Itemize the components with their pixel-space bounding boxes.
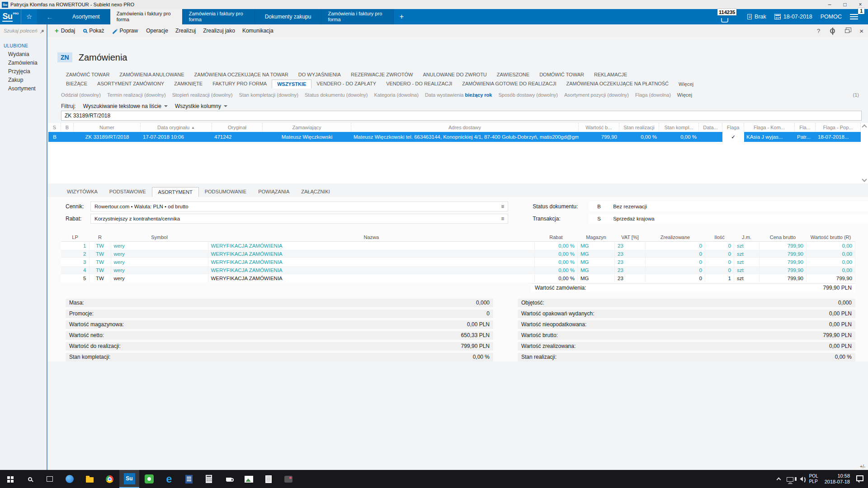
sidebar-item[interactable]: Przyjęcia (0, 67, 47, 76)
network-icon[interactable] (787, 477, 793, 482)
item-row[interactable]: 2 TW wery WERYFIKACJA ZAMÓWIENIA 0,00 % … (61, 250, 855, 258)
taskbar-app-notepad[interactable] (259, 470, 278, 488)
view-tab[interactable]: ZAMKNIĘTE (169, 80, 208, 89)
taskbar-app-explorer[interactable] (80, 470, 99, 488)
taskbar-app-calculator[interactable] (199, 470, 219, 488)
filter-columns-dropdown[interactable]: Wszystkie kolumny (175, 103, 227, 109)
detail-tab[interactable]: PODSTAWOWE (104, 187, 152, 197)
favorites-button[interactable]: ☆ (21, 9, 37, 24)
status-field[interactable]: B Bez rezerwacji (589, 202, 868, 211)
filter-criterion-date[interactable]: Data wystawienia bieżący rok (425, 92, 492, 98)
clock[interactable]: 10:58 2018-07-18 (825, 473, 850, 485)
filter-criterion[interactable]: Flaga (dowolna) (635, 92, 671, 98)
maximize-button[interactable]: □ (837, 0, 853, 9)
sidebar-item[interactable]: Asortyment (0, 84, 47, 93)
taskbar-app-coffee[interactable] (219, 470, 239, 488)
column-header[interactable]: Symbol (111, 234, 208, 242)
column-header[interactable]: B (61, 123, 74, 132)
new-tab-button[interactable]: + (394, 9, 409, 24)
taskbar-app-edge[interactable]: e (159, 470, 179, 488)
item-row[interactable]: 3 TW wery WERYFIKACJA ZAMÓWIENIA 0,00 % … (61, 258, 855, 266)
item-row[interactable]: 5 TW wery WERYFIKACJA ZAMÓWIENIA 0,00 % … (61, 274, 855, 282)
item-row[interactable]: 1 TW wery WERYFIKACJA ZAMÓWIENIA 0,00 % … (61, 242, 855, 250)
view-tab[interactable]: ANULOWANE DO ZWROTU (418, 70, 491, 79)
rabat-field[interactable]: Korzystniejszy z kontrahenta/cennika ≡ (90, 214, 508, 224)
cennik-field[interactable]: Rowertour.com • Waluta: PLN • od brutto … (90, 202, 508, 211)
column-header[interactable]: Magazyn (578, 234, 615, 242)
order-row-selected[interactable]: B ZK 33189/RT/2018 17-07-2018 10:06 4712… (48, 132, 861, 142)
edit-button[interactable]: Popraw (108, 26, 142, 35)
column-header[interactable]: Rabat (535, 234, 578, 242)
column-header[interactable]: Wartość brutto (R) (807, 234, 855, 242)
phone-indicator[interactable]: 114235 (717, 10, 739, 23)
column-header[interactable]: Flaga - Pop... (816, 123, 861, 132)
search-input[interactable] (61, 111, 862, 121)
filter-criterion[interactable]: Oddział (dowolny) (61, 92, 101, 98)
view-tab[interactable]: ZAMÓWIENIA OCZEKUJĄCE NA TOWAR (189, 70, 293, 79)
view-tab[interactable]: REKLAMACJE (589, 70, 632, 79)
date-indicator[interactable]: 18-07-2018 (774, 14, 812, 20)
brak-indicator[interactable]: Brak (747, 14, 766, 20)
field-menu-icon[interactable]: ≡ (501, 203, 504, 210)
column-header[interactable]: LP (61, 234, 89, 242)
view-tab[interactable]: ASORTYMENT ZAMÓWIONY (92, 80, 169, 89)
column-header[interactable]: Flaga - Kom... (744, 123, 795, 132)
back-button[interactable]: ← (37, 9, 62, 24)
scroll-up-icon[interactable] (862, 124, 867, 129)
column-header[interactable]: Oryginał (212, 123, 263, 132)
view-tabs-more[interactable]: Więcej (674, 80, 698, 88)
help-icon[interactable]: ? (817, 28, 820, 34)
view-tab[interactable]: DO WYJAŚNIENIA (293, 70, 346, 79)
taskbar-app-image-editor[interactable] (278, 470, 298, 488)
view-tab[interactable]: ZAMÓWIENIA GOTOWE DO REALIZACJI (457, 80, 561, 89)
taskbar-app-photos[interactable] (239, 470, 259, 488)
column-header[interactable]: R (89, 234, 111, 242)
column-header[interactable]: Cena brutto (760, 234, 807, 242)
taskbar-app-browser[interactable] (60, 470, 80, 488)
start-button[interactable] (0, 470, 20, 488)
minimize-button[interactable]: – (822, 0, 837, 9)
column-header[interactable]: Data oryginału▲ (141, 123, 212, 132)
toolbar-menu-button[interactable]: Operacje (142, 26, 172, 35)
module-tab-asortyment[interactable]: Asortyment (62, 9, 110, 24)
filter-criterion[interactable]: Sposób dostawy (dowolny) (498, 92, 557, 98)
show-button[interactable]: Pokaż (80, 26, 108, 35)
close-view-icon[interactable]: × (859, 27, 863, 35)
view-tab[interactable]: REZERWACJE ZWROTÓW (346, 70, 418, 79)
filter-criterion[interactable]: Asortyment pozycji (dowolny) (564, 92, 629, 98)
close-button[interactable]: × (853, 0, 868, 9)
command-search[interactable]: Szukaj poleceń (0, 24, 47, 37)
view-tab[interactable]: ZAMÓWIĆ TOWAR (61, 70, 114, 79)
column-header[interactable]: S (48, 123, 61, 132)
tray-expand-icon[interactable] (776, 478, 781, 482)
language-indicator[interactable]: POL PLP (809, 474, 818, 484)
detail-tab[interactable]: ZAŁĄCZNIKI (295, 187, 336, 197)
view-tab[interactable]: DOMÓWIĆ TOWAR (534, 70, 589, 79)
sidebar-item[interactable]: Zamówienia (0, 59, 47, 67)
filter-criterion[interactable]: Termin realizacji (dowolny) (107, 92, 166, 98)
view-tab[interactable]: WSZYSTKIE (272, 80, 311, 89)
toolbar-menu-button[interactable]: Zrealizuj (172, 26, 199, 35)
column-header[interactable]: J.m. (734, 234, 760, 242)
task-view-button[interactable] (40, 470, 60, 488)
notification-center-icon[interactable] (856, 475, 863, 481)
sidebar-item[interactable]: Wydania (0, 50, 47, 59)
column-header[interactable]: Numer (74, 123, 141, 132)
filter-criterion[interactable]: Stopień realizacji (dowolny) (172, 92, 233, 98)
speaker-icon[interactable] (800, 477, 803, 481)
filter-mode-dropdown[interactable]: Wyszukiwanie tekstowe na liście (83, 103, 168, 109)
column-header[interactable]: Fla... (795, 123, 816, 132)
view-tab[interactable]: BIEŻĄCE (61, 80, 92, 89)
sidebar-item[interactable]: Zakup (0, 76, 47, 84)
module-tab-zamowienia-3[interactable]: Zamówienia i faktury pro forma (321, 9, 394, 24)
filter-criterion[interactable]: Status dokumentu (dowolny) (305, 92, 368, 98)
filter-criterion[interactable]: Kategoria (dowolna) (374, 92, 418, 98)
main-menu-button[interactable]: 1 (850, 12, 862, 21)
taskbar-search-button[interactable] (20, 470, 40, 488)
column-header[interactable]: Adres dostawy (351, 123, 579, 132)
column-header[interactable]: VAT [%] (615, 234, 646, 242)
column-header[interactable]: Flaga (722, 123, 744, 132)
column-header[interactable]: Data... (699, 123, 722, 132)
field-menu-icon[interactable]: ≡ (501, 216, 504, 222)
scroll-down-icon[interactable] (862, 177, 867, 182)
